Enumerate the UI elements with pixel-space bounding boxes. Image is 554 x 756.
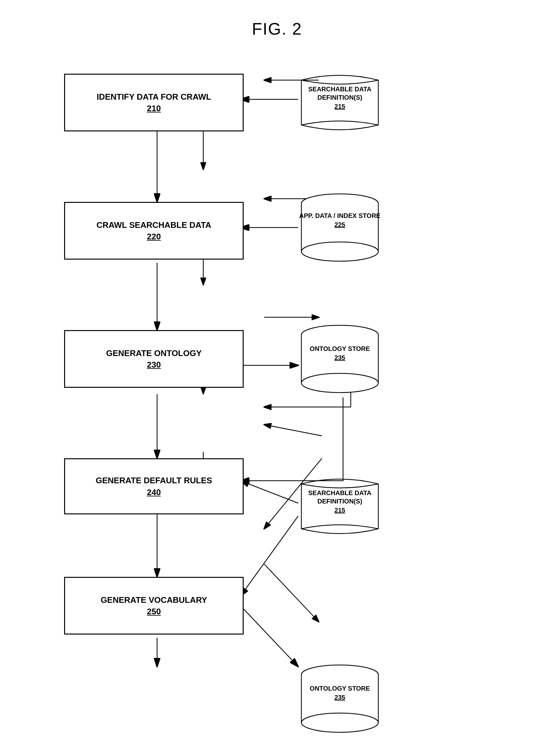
crawl-searchable-box: CRAWL SEARCHABLE DATA 220 xyxy=(64,202,244,259)
svg-line-19 xyxy=(240,481,298,503)
searchable-data-def-2: SEARCHABLE DATA DEFINITION(S) 215 xyxy=(298,474,382,538)
ontology-store-2: ONTOLOGY STORE 235 xyxy=(298,663,382,734)
generate-default-rules-box: GENERATE DEFAULT RULES 240 xyxy=(64,458,244,514)
generate-vocabulary-box: GENERATE VOCABULARY 250 xyxy=(64,577,244,635)
generate-ontology-box: GENERATE ONTOLOGY 230 xyxy=(64,330,244,388)
app-data-index-store: APP. DATA / INDEX STORE 225 xyxy=(298,192,382,263)
svg-point-28 xyxy=(301,242,378,261)
identify-data-box: IDENTIFY DATA FOR CRAWL 210 xyxy=(64,74,244,131)
ontology-store-1: ONTOLOGY STORE 235 xyxy=(298,324,382,394)
svg-line-21 xyxy=(240,516,298,596)
svg-line-23 xyxy=(240,606,298,666)
svg-point-38 xyxy=(301,713,378,732)
searchable-data-def-1: SEARCHABLE DATA DEFINITION(S) 215 xyxy=(298,70,382,134)
svg-point-33 xyxy=(301,373,378,393)
